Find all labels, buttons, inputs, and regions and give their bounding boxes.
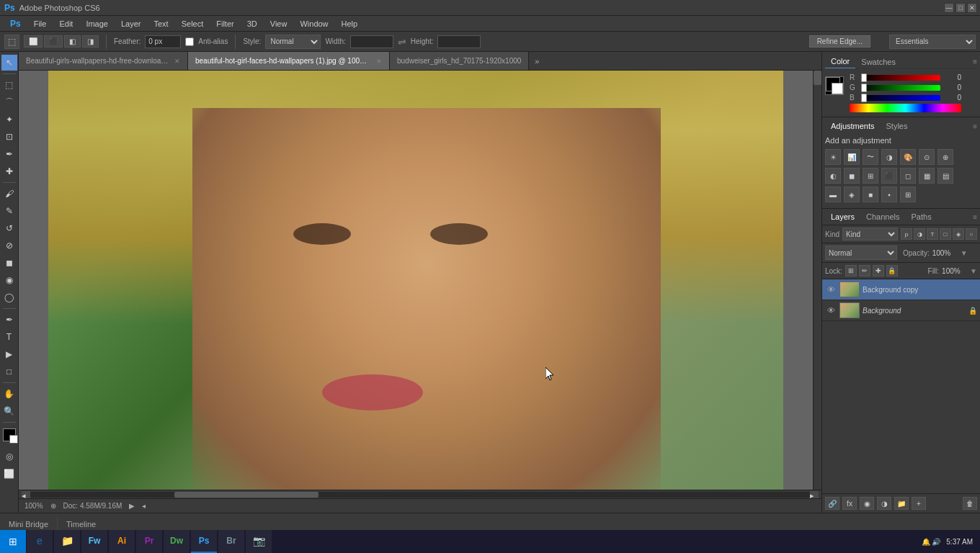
filter-pixel-icon[interactable]: p — [901, 228, 912, 240]
b-slider-track[interactable] — [861, 95, 940, 101]
menu-view[interactable]: View — [264, 18, 293, 30]
refine-edge-button[interactable]: Refine Edge... — [809, 35, 870, 48]
threshold-adj[interactable]: ▤ — [937, 168, 953, 184]
tab-2-close[interactable]: ✕ — [376, 58, 382, 65]
color-spectrum[interactable] — [850, 104, 961, 112]
tab-styles[interactable]: Styles — [881, 120, 914, 132]
heal-tool[interactable]: ✚ — [1, 163, 17, 179]
hue-sat-adj[interactable]: ⊙ — [919, 149, 935, 165]
opacity-arrow[interactable]: ▼ — [961, 249, 968, 257]
add-selection-btn[interactable]: ⬛ — [44, 35, 63, 48]
minimize-button[interactable]: — — [944, 3, 954, 13]
eraser-tool[interactable]: ⊘ — [1, 238, 17, 253]
scroll-left-btn[interactable]: ◂ — [22, 491, 30, 498]
adj-layer-btn[interactable]: ◑ — [877, 497, 891, 510]
g-slider-thumb[interactable] — [861, 84, 867, 92]
essentials-select[interactable]: Essentials — [889, 35, 976, 49]
taskbar-illustrator[interactable]: Ai — [109, 530, 135, 553]
intersect-selection-btn[interactable]: ◨ — [82, 35, 99, 48]
new-selection-btn[interactable]: ⬜ — [24, 35, 43, 48]
path-select-tool[interactable]: ▶ — [1, 346, 17, 362]
fill-arrow[interactable]: ▼ — [970, 267, 977, 275]
taskbar-camera[interactable]: 📷 — [246, 530, 272, 553]
scroll-right-btn[interactable]: ▸ — [810, 491, 819, 498]
close-button[interactable]: ✕ — [967, 3, 977, 13]
layer-mask-btn[interactable]: ◉ — [860, 497, 874, 510]
lock-move-icon[interactable]: ✚ — [873, 265, 884, 276]
zoom-tool[interactable]: 🔍 — [1, 403, 17, 419]
crop-tool[interactable]: ⊡ — [1, 129, 17, 145]
color-balance-adj[interactable]: ⊕ — [937, 149, 953, 165]
start-button[interactable]: ⊞ — [0, 530, 26, 553]
menu-ps-icon[interactable]: Ps — [4, 17, 27, 30]
pen-tool[interactable]: ✒ — [1, 312, 17, 328]
lock-all-icon[interactable]: 🔒 — [886, 265, 898, 276]
menu-3d[interactable]: 3D — [241, 18, 263, 30]
history-brush-tool[interactable]: ↺ — [1, 220, 17, 236]
style-select[interactable]: Normal Fixed Ratio Fixed Size — [265, 35, 321, 49]
maximize-button[interactable]: □ — [956, 3, 966, 13]
background-swatch[interactable] — [832, 83, 843, 94]
taskbar-photoshop[interactable]: Ps — [191, 530, 217, 553]
menu-filter[interactable]: Filter — [210, 18, 239, 30]
filter-smart-icon[interactable]: ◈ — [953, 228, 964, 240]
screen-mode-tool[interactable]: ⬜ — [1, 466, 17, 482]
color-lookup-adj[interactable]: ⬛ — [881, 168, 897, 184]
stamp-tool[interactable]: ✎ — [1, 203, 17, 219]
filter-adj-icon[interactable]: ◑ — [914, 228, 925, 240]
layer-eye-background-copy[interactable]: 👁 — [825, 284, 837, 295]
dodge-tool[interactable]: ◯ — [1, 289, 17, 305]
timeline-tab[interactable]: Timeline — [58, 517, 104, 531]
solid-color-adj[interactable]: ■ — [863, 186, 878, 202]
filter-toggle[interactable]: ○ — [966, 228, 977, 240]
vertical-scrollbar[interactable] — [813, 71, 821, 490]
selective-color-adj[interactable]: ◈ — [844, 186, 860, 202]
menu-select[interactable]: Select — [176, 18, 210, 30]
gradient-map-adj[interactable]: ▬ — [825, 186, 841, 202]
color-swatch-main[interactable] — [825, 76, 844, 95]
tab-color[interactable]: Color — [825, 55, 855, 68]
tab-1-close[interactable]: ✕ — [174, 58, 180, 65]
tab-channels[interactable]: Channels — [860, 210, 905, 223]
vibrance-adj[interactable]: 🎨 — [900, 149, 916, 165]
navigator-btn[interactable]: ▶ — [129, 502, 135, 510]
layer-background-copy[interactable]: 👁 Background copy — [822, 279, 980, 300]
filter-select[interactable]: Kind — [842, 228, 898, 240]
adj-panel-collapse[interactable]: ≡ — [973, 122, 977, 130]
layer-background[interactable]: 👁 Background 🔒 — [822, 300, 980, 321]
r-slider-track[interactable] — [861, 75, 940, 81]
levels-adj[interactable]: 📊 — [844, 149, 860, 165]
tabs-overflow-button[interactable]: » — [529, 52, 545, 70]
taskbar-ie[interactable]: e — [27, 530, 53, 553]
fill-value[interactable]: 100% — [942, 267, 967, 275]
menu-help[interactable]: Help — [336, 18, 364, 30]
exposure-adj[interactable]: ◑ — [881, 149, 897, 165]
h-scroll-thumb[interactable] — [174, 492, 318, 498]
pattern-adj[interactable]: ⊞ — [900, 186, 916, 202]
menu-file[interactable]: File — [28, 18, 53, 30]
photo-filter-adj[interactable]: ◼ — [844, 168, 860, 184]
canvas-wrapper[interactable] — [19, 71, 813, 490]
opacity-value[interactable]: 100% — [932, 249, 958, 257]
menu-image[interactable]: Image — [80, 18, 114, 30]
menu-text[interactable]: Text — [148, 18, 174, 30]
layer-eye-background[interactable]: 👁 — [825, 305, 837, 316]
tab-1[interactable]: Beautiful-girls-wallpapers-hd-free-downl… — [19, 52, 188, 70]
delete-layer-btn[interactable]: 🗑 — [963, 497, 977, 510]
lock-position-icon[interactable]: ✏ — [859, 265, 870, 276]
filter-type-icon[interactable]: T — [927, 228, 938, 240]
gradient-fill-adj[interactable]: ▪ — [881, 186, 897, 202]
b-slider-thumb[interactable] — [861, 94, 867, 102]
menu-layer[interactable]: Layer — [115, 18, 147, 30]
eyedropper-tool[interactable]: ✒ — [1, 146, 17, 162]
g-slider-track[interactable] — [861, 85, 940, 91]
black-white-adj[interactable]: ◐ — [825, 168, 841, 184]
quick-select-tool[interactable]: ✦ — [1, 112, 17, 127]
brightness-adj[interactable]: ☀ — [825, 149, 841, 165]
taskbar-fireworks[interactable]: Fw — [81, 530, 107, 553]
channel-mixer-adj[interactable]: ⊞ — [863, 168, 878, 184]
layer-style-btn[interactable]: fx — [842, 497, 857, 510]
move-tool[interactable]: ↖ — [1, 55, 17, 71]
taskbar-explorer[interactable]: 📁 — [54, 530, 80, 553]
width-input[interactable] — [350, 35, 393, 48]
